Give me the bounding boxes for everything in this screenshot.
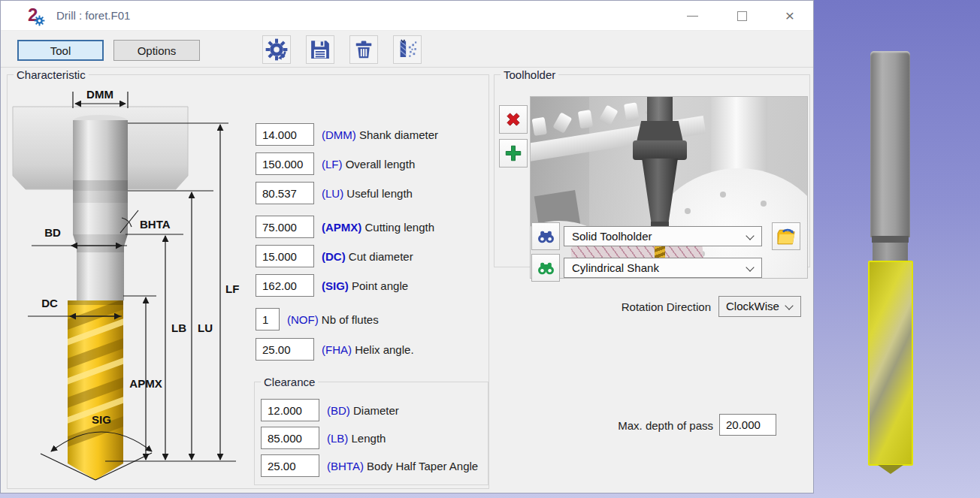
apmx-input[interactable] [256,216,314,238]
chevron-down-icon [785,301,793,309]
window-title: Drill : foret.F01 [56,9,130,22]
lb-code: (LB) [327,432,348,445]
drill-3d-tip [878,465,903,474]
drill-chips-icon [396,38,419,61]
lu-label: Useful length [346,187,413,200]
dc-input[interactable] [256,245,314,267]
drill-3d-flute [868,261,913,466]
bd-label: Diameter [353,404,399,417]
diagram-label-lf: LF [225,282,239,295]
nof-label: Nb of flutes [322,313,379,326]
diagram-label-dmm: DMM [86,88,113,101]
field-row-lb: (LB) Length [261,427,386,449]
compute-button[interactable] [262,35,291,64]
tab-toolbar-row: Tool Options [1,31,813,68]
tab-tool[interactable]: Tool [17,40,104,61]
machine-preview-image [530,96,808,279]
drill-3d-shank [870,51,910,237]
toolholder-legend: Toolholder [501,68,558,81]
green-plus-icon [504,143,523,163]
gear-refresh-icon [265,38,288,61]
clearance-group: Clearance (BD) Diameter (LB) Length (BHT… [254,376,488,485]
logo-gear-icon [34,15,45,26]
binoculars-blue-icon [536,226,556,246]
bhta-label: Body Half Taper Angle [367,460,478,472]
max-depth-label: Max. depth of pass [527,419,713,432]
field-row-fha: (FHA) Helix angle. [256,338,414,361]
dc-code: (DC) [322,250,346,263]
open-toolholder-library-button[interactable] [772,222,800,250]
sig-code: (SIG) [322,279,349,292]
add-toolholder-button[interactable] [499,139,528,168]
field-row-bhta: (BHTA) Body Half Taper Angle [261,454,478,477]
binoculars-green-icon [536,258,556,278]
diagram-label-apmx: APMX [129,377,162,390]
diagram-label-bd: BD [44,226,61,239]
field-row-sig: (SIG) Point angle [256,274,408,297]
sig-input[interactable] [256,274,314,297]
drill-3d-neck-band [872,236,909,243]
rotation-direction-label: Rotation Direction [527,300,711,313]
save-button[interactable] [306,35,334,64]
dmm-label: Shank diameter [359,128,438,141]
chevron-down-icon [746,263,754,271]
diagram-label-lu: LU [198,321,213,334]
drill-3d-neck [873,243,908,261]
field-row-lf: (LF) Overall length [256,152,415,175]
dmm-code: (DMM) [322,128,356,141]
characteristic-legend: Characteristic [14,68,89,81]
close-button[interactable]: × [775,5,805,26]
lb-input[interactable] [261,427,319,449]
3d-viewport [815,0,980,498]
nof-input[interactable] [256,308,280,330]
field-row-dc: (DC) Cut diameter [256,245,413,267]
toolholder-type-value: Solid Toolholder [572,230,652,243]
lb-label: Length [352,432,386,445]
bd-code: (BD) [327,404,350,417]
bhta-input[interactable] [261,454,319,477]
max-depth-input[interactable] [719,414,776,436]
rotation-direction-select[interactable]: ClockWise [718,296,801,317]
shank-type-select[interactable]: Cylindrical Shank [564,258,762,278]
characteristic-group: Characteristic [7,68,489,489]
maximize-button[interactable] [727,5,757,26]
fha-input[interactable] [256,338,314,361]
shank-type-value: Cylindrical Shank [572,261,659,274]
field-row-dmm: (DMM) Shank diameter [256,123,438,146]
lf-code: (LF) [322,158,343,171]
apmx-code: (APMX) [322,221,361,234]
title-bar: 2 Drill : foret.F01 × [1,1,813,31]
dc-label: Cut diameter [349,250,413,263]
drill-dimension-diagram: DMM BD BHTA DC LF LB LU APMX SIG [9,84,253,490]
remove-toolholder-button[interactable] [499,105,528,134]
field-row-nof: (NOF) Nb of flutes [256,308,379,330]
fha-label: Helix angle. [355,343,413,356]
clearance-legend: Clearance [261,376,318,388]
diagram-label-lb: LB [171,321,186,334]
search-shank-button[interactable] [531,254,560,282]
dmm-input[interactable] [256,123,314,146]
rotation-direction-value: ClockWise [726,300,779,312]
save-icon [309,38,331,61]
drill-dialog: 2 Drill : foret.F01 × Tool Options [0,0,814,493]
fha-code: (FHA) [322,343,352,356]
search-toolholder-button[interactable] [531,222,560,250]
minimize-button[interactable] [677,5,707,26]
lf-input[interactable] [256,152,314,175]
field-row-apmx: (APMX) Cutting length [256,216,434,238]
bhta-code: (BHTA) [327,460,364,472]
trash-icon [352,38,375,61]
toolholder-type-select[interactable]: Solid Toolholder [564,226,762,246]
open-folder-icon [776,226,797,247]
tab-options[interactable]: Options [113,40,200,61]
tool-simulation-button[interactable] [393,35,422,64]
bd-input[interactable] [261,399,319,421]
chevron-down-icon [746,231,754,240]
field-row-bd: (BD) Diameter [261,399,399,421]
toolholder-group: Toolholder [494,68,810,267]
delete-button[interactable] [349,35,378,64]
red-x-icon [504,110,523,129]
lf-label: Overall length [346,158,416,171]
diagram-label-dc: DC [41,297,58,309]
lu-input[interactable] [256,182,314,204]
